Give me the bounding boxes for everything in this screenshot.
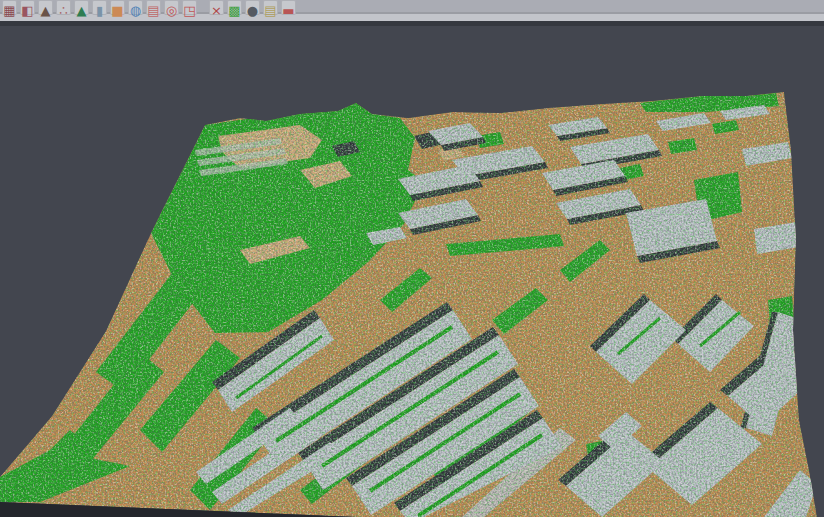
red-pattern-glyph: ▦ [3,4,15,17]
profile-column-icon[interactable]: ▮ [92,0,107,15]
classification-grid-icon[interactable]: ▩ [227,0,242,15]
target-ring-icon[interactable]: ◎ [164,0,179,15]
red-pattern-icon[interactable]: ▦ [2,0,17,15]
notes-sheet-glyph: ▤ [264,4,276,17]
selection-frame-glyph: ◳ [183,4,195,17]
terrain-mound-icon[interactable]: ▲ [38,0,53,15]
red-band-glyph: ▬ [282,4,294,17]
ground-square-icon[interactable]: ■ [110,0,125,15]
application-window: { "app": { "kind": "point-cloud-viewer",… [0,0,824,517]
selection-frame-icon[interactable]: ◳ [182,0,197,15]
profile-column-glyph: ▮ [96,4,103,17]
multicolor-points-glyph: ◧ [21,4,33,17]
point-cloud-render [0,0,824,517]
classification-grid-glyph: ▩ [228,4,240,17]
terrain-mound-glyph: ▲ [41,4,51,17]
camera-blob-glyph: ● [247,4,258,17]
globe-glyph: ◍ [130,4,141,17]
scatter-points-glyph: ∴ [59,4,67,17]
layer-stack-icon[interactable]: ▤ [146,0,161,15]
toolbar: ▦◧▲∴▲▮■◍▤◎◳×▩●▤▬ [0,0,824,26]
vegetation-hill-icon[interactable]: ▲ [74,0,89,15]
notes-sheet-icon[interactable]: ▤ [263,0,278,15]
multicolor-points-icon[interactable]: ◧ [20,0,35,15]
vegetation-hill-glyph: ▲ [77,4,87,17]
target-ring-glyph: ◎ [166,4,177,17]
camera-blob-icon[interactable]: ● [245,0,260,15]
ground-square-glyph: ■ [111,4,123,17]
delete-cross-icon[interactable]: × [209,0,224,15]
layer-stack-glyph: ▤ [147,4,159,17]
3d-viewport[interactable] [0,26,824,517]
red-band-icon[interactable]: ▬ [281,0,296,15]
scatter-points-icon[interactable]: ∴ [56,0,71,15]
globe-icon[interactable]: ◍ [128,0,143,15]
delete-cross-glyph: × [211,4,222,17]
